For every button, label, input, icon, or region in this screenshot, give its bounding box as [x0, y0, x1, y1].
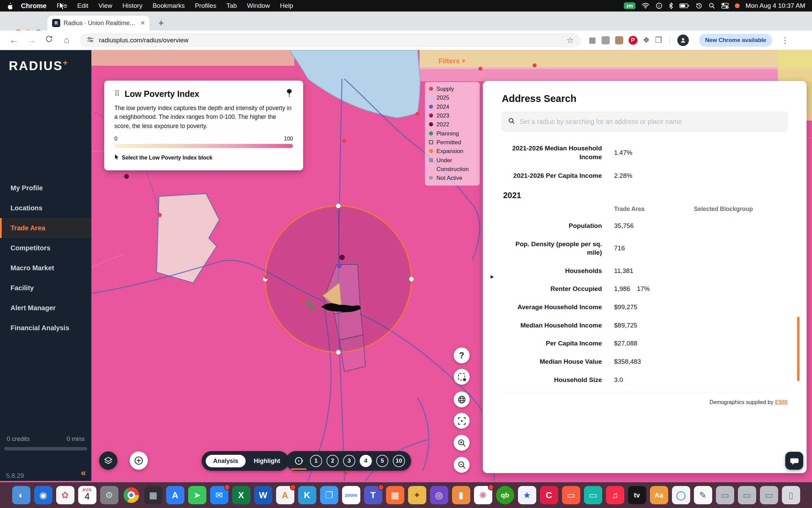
bookmark-star-icon[interactable]: ☆ — [566, 36, 574, 45]
info-icon[interactable] — [656, 2, 662, 9]
apple-menu-icon[interactable] — [7, 2, 13, 9]
dock-icon-capture[interactable]: C — [540, 486, 558, 504]
analysis-tab[interactable]: Analysis — [206, 455, 246, 467]
panel-scrollbar-thumb[interactable] — [797, 317, 799, 381]
forward-button[interactable]: → — [24, 35, 39, 45]
radius-button-2[interactable]: 2 — [326, 455, 339, 467]
battery-icon[interactable] — [679, 3, 690, 8]
dock-icon-grid-app[interactable]: ▦ — [386, 486, 404, 504]
sidebar-item-financial-analysis[interactable]: Financial Analysis — [0, 318, 91, 338]
address-bar[interactable]: radiusplus.com/radius/overview ☆ — [80, 33, 581, 47]
dock-icon-finder[interactable]: ◐ — [12, 486, 30, 504]
back-button[interactable]: ← — [6, 35, 22, 45]
menu-item-profiles[interactable]: Profiles — [195, 2, 216, 9]
dock-icon-photos[interactable]: ✿ — [56, 486, 74, 504]
menu-item-view[interactable]: View — [98, 2, 112, 9]
extension-icon-2[interactable] — [615, 36, 623, 44]
help-button[interactable]: ? — [454, 347, 470, 363]
dock-icon-starred[interactable]: ★ — [518, 486, 536, 504]
browser-tab[interactable]: R Radius · Union Realtime LLC × — [47, 16, 150, 30]
drag-handle-icon[interactable]: ⠿ — [114, 89, 120, 98]
new-chrome-button[interactable]: New Chrome available — [699, 34, 772, 47]
filters-button[interactable]: Filters ▾ — [438, 57, 465, 65]
select-area-button[interactable] — [454, 369, 470, 385]
dock-icon-word[interactable]: W — [254, 486, 272, 504]
menu-clock[interactable]: Mon Aug 4 10:37 AM — [746, 2, 805, 9]
wifi-icon[interactable] — [641, 3, 650, 9]
chat-widget-button[interactable] — [785, 452, 803, 470]
bluetooth-icon[interactable] — [669, 2, 673, 9]
basemap-globe-button[interactable] — [454, 391, 470, 407]
dock-icon-notes[interactable]: ✎ — [694, 486, 712, 504]
radius-button-3[interactable]: 3 — [343, 455, 355, 467]
menu-item-bookmarks[interactable]: Bookmarks — [153, 2, 185, 9]
sidebar-collapse-button[interactable]: « — [81, 467, 86, 478]
dock-icon-browser[interactable]: ◉ — [34, 486, 52, 504]
dock-icon-display-red[interactable]: ▭ — [562, 486, 580, 504]
site-settings-icon[interactable] — [87, 36, 94, 44]
extensions-puzzle-icon[interactable]: ❖ — [643, 36, 650, 45]
add-location-button[interactable] — [130, 451, 148, 470]
sidebar-item-locations[interactable]: Locations — [0, 198, 91, 218]
highlight-tab[interactable]: Highlight — [249, 458, 285, 465]
dock-icon-chrome[interactable] — [122, 486, 140, 504]
new-tab-button[interactable]: + — [158, 18, 164, 28]
dock-icon-pages[interactable]: A — [276, 486, 294, 504]
side-panel-icon[interactable]: ❐ — [655, 36, 662, 45]
dock-icon-quickbooks[interactable]: qb — [496, 486, 514, 504]
dock-icon-maps[interactable]: ➤ — [188, 486, 206, 504]
dock-icon-keynote[interactable]: K — [298, 486, 316, 504]
tab-close-icon[interactable]: × — [140, 19, 145, 27]
radius-button-10[interactable]: 10 — [393, 455, 405, 467]
pin-icon[interactable] — [286, 89, 293, 99]
chrome-menu-icon[interactable]: ⋮ — [781, 36, 789, 45]
radius-circle-icon[interactable] — [292, 451, 306, 471]
zoom-in-button[interactable] — [454, 435, 470, 451]
zoom-menu-badge[interactable]: zm — [624, 2, 635, 9]
menu-item-help[interactable]: Help — [280, 2, 293, 9]
address-search-input[interactable] — [520, 118, 781, 126]
dock-icon-loop[interactable]: ◯ — [672, 486, 690, 504]
dock-icon-teams[interactable]: T — [364, 486, 382, 504]
dock-icon-launchpad[interactable]: ▦ — [144, 486, 162, 504]
time-machine-icon[interactable] — [696, 2, 702, 9]
radius-button-1[interactable]: 1 — [310, 455, 322, 467]
panel-collapse-arrow[interactable]: ▸ — [491, 272, 494, 280]
apps-grid-icon[interactable]: ▦ — [589, 36, 596, 45]
dock-icon-display-teal[interactable]: ▭ — [584, 486, 602, 504]
dock-icon-window-3[interactable]: ▭ — [760, 486, 778, 504]
extension-icon-1[interactable] — [602, 36, 610, 44]
dock-icon-location[interactable]: ◎ — [430, 486, 448, 504]
layers-button[interactable] — [99, 451, 117, 470]
dock-icon-analytics[interactable]: ▮ — [452, 486, 470, 504]
dock-icon-app-store[interactable]: A — [166, 486, 184, 504]
menu-item-tab[interactable]: Tab — [226, 2, 237, 9]
dock-icon-pinwheel[interactable]: ❋ — [474, 486, 492, 504]
dock-icon-zoom[interactable]: zoom — [342, 486, 360, 504]
spotlight-icon[interactable] — [708, 2, 715, 9]
sidebar-item-macro-market[interactable]: Macro Market — [0, 258, 91, 278]
dock-icon-textedit[interactable]: Aa — [650, 486, 668, 504]
radius-button-4[interactable]: 4 — [360, 455, 372, 467]
sidebar-item-trade-area[interactable]: Trade Area — [0, 218, 91, 238]
control-center-icon[interactable] — [721, 3, 729, 9]
menu-app-name[interactable]: Chrome — [21, 2, 47, 10]
dock-icon-folder[interactable]: ❐ — [320, 486, 338, 504]
dock-icon-utility[interactable]: ✦ — [408, 486, 426, 504]
url-text[interactable]: radiusplus.com/radius/overview — [99, 37, 562, 44]
center-map-button[interactable] — [454, 413, 470, 429]
dock-icon-music[interactable]: ♫ — [606, 486, 624, 504]
radius-button-5[interactable]: 5 — [376, 455, 388, 467]
sidebar-item-alert-manager[interactable]: Alert Manager — [0, 298, 91, 318]
dock-icon-apple-tv[interactable]: tv — [628, 486, 646, 504]
menu-item-window[interactable]: Window — [247, 2, 270, 9]
dock-icon-mail[interactable]: ✉ — [210, 486, 228, 504]
sidebar-item-my-profile[interactable]: My Profile — [0, 178, 91, 198]
esri-link[interactable]: ESRI — [775, 399, 788, 405]
dock-icon-window-1[interactable]: ▭ — [716, 486, 734, 504]
home-button[interactable]: ⌂ — [59, 35, 74, 45]
pinterest-extension-icon[interactable]: P — [629, 36, 637, 45]
dock-icon-trash[interactable]: ▯ — [782, 486, 800, 504]
zoom-out-button[interactable] — [454, 457, 470, 473]
sidebar-item-facility[interactable]: Facility — [0, 278, 91, 298]
